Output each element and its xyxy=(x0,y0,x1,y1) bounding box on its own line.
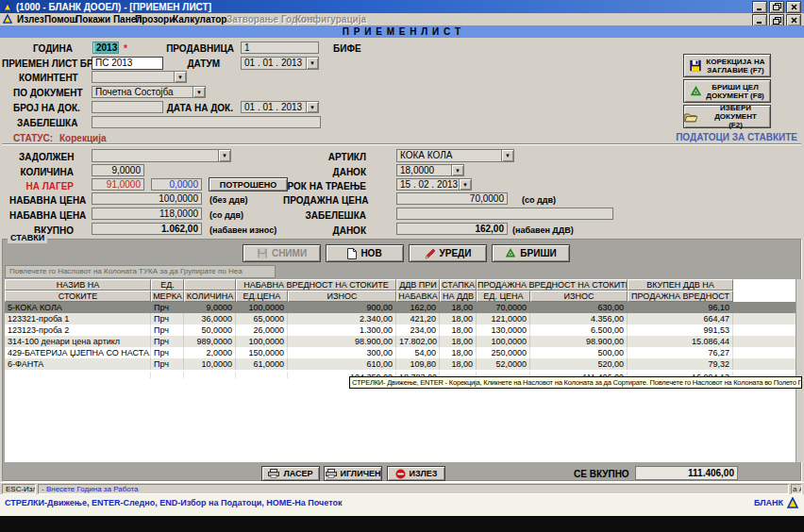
column-header[interactable]: НАЗИВ НА xyxy=(5,279,151,291)
chevron-down-icon[interactable]: ▼ xyxy=(218,150,230,161)
table-row[interactable]: 123123-проба 2Прч50,000026,00001.300,002… xyxy=(5,324,796,336)
table-row[interactable]: 5-КОКА КОЛАПрч9,0000100,0000900,00162,00… xyxy=(5,302,796,313)
new-item-button[interactable]: НОВ xyxy=(326,244,404,262)
restore-icon[interactable] xyxy=(769,1,784,13)
charged-combo[interactable]: ▼ xyxy=(92,149,231,162)
group-by-drop-zone[interactable]: Повлечете го Насловот на Колоната ТУКА з… xyxy=(5,265,276,278)
item-note-input[interactable] xyxy=(396,208,613,220)
floppy-icon xyxy=(257,248,268,258)
items-data-link[interactable]: ПОДАТОЦИ ЗА СТАВКИТЕ xyxy=(665,132,797,142)
table-row[interactable]: 6-ФАНТАПрч10,000061,0000610,00109,8018,0… xyxy=(5,358,796,370)
table-row[interactable]: 314-100 денари цена артиклПрч989,0000100… xyxy=(5,336,796,347)
close-icon[interactable] xyxy=(786,1,801,13)
column-header[interactable] xyxy=(184,279,236,291)
column-header-group[interactable]: ПРОДАЖНА ВРЕДНОСТ НА СТОКИТЕ xyxy=(477,279,628,291)
receipt-number-input[interactable]: ПС 2013 xyxy=(92,57,163,70)
spent-button[interactable]: ПОТРОШЕНО xyxy=(209,177,288,191)
quantity-label: КОЛИЧИНА xyxy=(19,167,74,177)
column-header[interactable]: ЕД.ЦЕНА xyxy=(236,291,288,302)
menu-item-kalkulator[interactable]: Калкулатор xyxy=(173,14,226,25)
column-header[interactable]: НА ДДВ xyxy=(440,291,477,302)
tax-combo[interactable]: 18,0000▼ xyxy=(396,164,464,176)
grid-tooltip: СТРЕЛКИ- Движење, ENTER - Корекција, Кли… xyxy=(349,376,802,389)
app-logo-icon xyxy=(3,2,12,11)
menu-item-pokazhi-panel[interactable]: Покажи Панел xyxy=(75,14,142,25)
quantity-field[interactable]: 9,0000 xyxy=(92,164,144,176)
column-header[interactable]: МЕРКА xyxy=(151,291,184,302)
chevron-down-icon[interactable]: ▼ xyxy=(193,87,205,97)
doc-number-input[interactable] xyxy=(92,101,163,113)
bottom-black-bar xyxy=(0,516,804,532)
table-row[interactable]: 123321-проба 1Прч36,000065,00002.340,004… xyxy=(5,313,796,324)
table-cell: 123123-проба 2 xyxy=(5,324,151,336)
doc-date-combo[interactable]: 01 . 01 . 2013▼ xyxy=(241,101,319,113)
column-header-group[interactable]: НАБАВНА ВРЕДНОСТ НА СТОКИТЕ xyxy=(236,279,396,291)
year-label: ГОДИНА xyxy=(19,43,73,54)
title-bar[interactable]: (1000 - БЛАНК ДООЕЛ) - [ПРИЕМЕН ЛИСТ] xyxy=(0,0,804,13)
note-input[interactable] xyxy=(92,116,321,128)
chevron-down-icon[interactable]: ▼ xyxy=(459,179,471,190)
table-cell: 26,0000 xyxy=(236,324,288,336)
exit-button[interactable]: ИЗЛЕЗ xyxy=(387,466,445,481)
column-header[interactable]: ИЗНОС xyxy=(530,291,628,302)
pencil-icon xyxy=(425,248,436,259)
column-header[interactable]: ДДВ ПРИ xyxy=(396,279,440,291)
language-indicator[interactable]: а А xyxy=(791,484,802,494)
doc-number-label: БРОЈ НА ДОК. xyxy=(13,103,79,113)
edit-item-button[interactable]: УРЕДИ xyxy=(409,244,487,262)
correct-header-button[interactable]: КОРЕКЦИЈА НАЗАГЛАВИЕ (F7) xyxy=(683,54,771,77)
minimize-icon[interactable] xyxy=(752,1,767,13)
print-laser-button[interactable]: ЛАСЕР xyxy=(261,466,320,481)
table-cell: Прч xyxy=(151,324,184,336)
table-scrollbar[interactable] xyxy=(796,279,802,462)
expiry-combo[interactable]: 15 . 02 . 2013▼ xyxy=(396,178,472,191)
by-document-combo[interactable]: Почетна Состојба▼ xyxy=(92,86,206,98)
column-header[interactable]: НАБАВКА xyxy=(396,291,440,302)
chevron-down-icon[interactable]: ▼ xyxy=(451,165,463,175)
table-cell: 9,0000 xyxy=(184,302,236,313)
menu-item-prozori[interactable]: Прозори xyxy=(135,14,175,25)
store-input[interactable]: 1 xyxy=(241,42,319,54)
sale-price-field[interactable]: 70,0000 xyxy=(396,192,508,205)
chevron-down-icon[interactable]: ▼ xyxy=(306,102,318,112)
year-required-asterisk: * xyxy=(124,43,127,54)
choose-document-button[interactable]: ИЗБЕРИ ДОКУМЕНТ(F2) xyxy=(683,105,771,128)
column-header[interactable]: ЕД. xyxy=(151,279,184,291)
chevron-down-icon[interactable]: ▼ xyxy=(501,150,513,161)
column-header[interactable]: ЕД. ЦЕНА xyxy=(477,291,530,302)
tax-label: ДАНОК xyxy=(300,167,366,177)
table-cell: 100,0000 xyxy=(236,302,288,313)
menu-item-izlez[interactable]: Излез xyxy=(17,14,44,25)
column-header[interactable]: ПРОДАЖНА ВРЕДНОСТ xyxy=(628,291,733,302)
purchase-price-gross-field[interactable]: 118,0000 xyxy=(92,208,202,220)
column-header[interactable]: КОЛИЧИНА xyxy=(184,291,236,302)
total-field[interactable]: 1.062,00 xyxy=(92,223,202,235)
delete-item-button[interactable]: БРИШИ xyxy=(492,244,570,262)
table-row[interactable]: 429-БАТЕРИЈА ЏЈЕПНА СО НАСТА..Прч2,00001… xyxy=(5,347,796,358)
in-stock-field[interactable]: 91,0000 xyxy=(92,178,144,191)
tax-amount-field[interactable]: 162,00 xyxy=(396,223,508,235)
article-combo[interactable]: КОКА КОЛА▼ xyxy=(396,149,514,162)
total-note: (набавен износ) xyxy=(209,225,276,236)
tax-amount-note: (набавен ДДВ) xyxy=(512,225,574,236)
column-header[interactable]: СТОКИТЕ xyxy=(5,291,151,302)
table-cell: 70,0000 xyxy=(477,302,530,313)
chevron-down-icon[interactable]: ▼ xyxy=(174,72,186,82)
spent-field[interactable]: 0,0000 xyxy=(151,178,202,191)
recycle-icon xyxy=(505,248,516,258)
delete-document-button[interactable]: БРИШИ ЦЕЛДОКУМЕНТ (F8) xyxy=(683,79,771,103)
partner-combo[interactable]: ▼ xyxy=(92,71,187,83)
menu-item-pomosh[interactable]: Помош xyxy=(44,14,77,25)
expiry-label: РОК НА ТРАЕЊЕ xyxy=(283,181,366,191)
table-cell: 991,53 xyxy=(628,324,733,336)
column-header[interactable]: ВКУПЕН ДДВ НА xyxy=(628,279,733,291)
print-matrix-button[interactable]: ИГЛИЧЕН xyxy=(324,466,382,481)
printer-icon xyxy=(268,469,279,478)
purchase-price-net-field[interactable]: 100,0000 xyxy=(92,192,202,205)
column-header[interactable]: СТАПКА xyxy=(440,279,477,291)
chevron-down-icon[interactable]: ▼ xyxy=(306,58,318,69)
date-combo[interactable]: 01 . 01 . 2013▼ xyxy=(241,57,319,70)
table-cell: Прч xyxy=(151,336,184,347)
year-input[interactable]: 2013 xyxy=(92,42,119,54)
column-header[interactable]: ИЗНОС xyxy=(288,291,396,302)
